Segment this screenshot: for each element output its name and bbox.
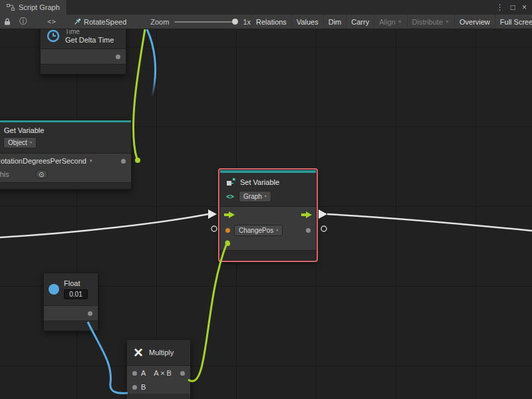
tab-title: Script Graph xyxy=(19,3,60,11)
object-picker-button[interactable]: ⊙ xyxy=(35,170,48,179)
graph-canvas[interactable]: Time Get Delta Time Get Variable Object … xyxy=(0,29,532,399)
clock-icon xyxy=(47,29,60,43)
tab-menu-button[interactable]: ⋮ xyxy=(496,3,504,11)
node-title: Get Variable xyxy=(0,122,131,134)
target-row: This ⊙ xyxy=(0,168,131,182)
node-title: Get Delta Time xyxy=(65,36,114,44)
zoom-slider[interactable] xyxy=(174,21,237,23)
node-ports: ChangePos ▾ xyxy=(220,206,316,250)
node-footer xyxy=(44,321,98,331)
output-value-port[interactable] xyxy=(306,228,311,233)
node-title: Multiply xyxy=(149,348,174,356)
value-input-row xyxy=(220,237,316,250)
value-input-port[interactable] xyxy=(225,241,230,246)
relations-button[interactable]: Relations xyxy=(251,15,291,29)
script-graph-icon xyxy=(7,3,15,11)
node-set-variable[interactable]: Set Variable <> Graph ▾ xyxy=(219,170,317,261)
node-ports: A A × B B xyxy=(127,365,190,394)
fullscreen-button[interactable]: Full Screen xyxy=(495,15,532,29)
node-multiply[interactable]: × Multiply A A × B B xyxy=(126,339,191,399)
set-variable-right-value-port[interactable] xyxy=(321,226,327,231)
variable-name-dropdown[interactable]: RotationDegreesPerSecond xyxy=(0,157,86,165)
wire-green-bottom xyxy=(188,243,227,381)
flow-in-arrow-icon[interactable] xyxy=(224,211,235,218)
node-header: Set Variable <> Graph ▾ xyxy=(220,173,316,206)
toolbar-buttons: Relations Values Dim Carry Align▼ Distri… xyxy=(251,15,532,29)
port-row-b: B xyxy=(127,380,190,394)
flow-out-arrow-icon[interactable] xyxy=(301,211,312,218)
result-label: A × B xyxy=(154,369,172,377)
zoom-label: Zoom xyxy=(150,18,169,26)
wire-flow-right xyxy=(327,214,532,231)
float-value-input[interactable] xyxy=(64,289,88,299)
node-footer xyxy=(220,250,316,260)
values-button[interactable]: Values xyxy=(291,15,323,29)
align-button[interactable]: Align▼ xyxy=(374,15,406,29)
graph-toolbar: ⓘ <> RotateSpeed Zoom 1x Relations Value… xyxy=(0,15,532,29)
graph-asset-breadcrumb[interactable]: RotateSpeed xyxy=(74,18,126,26)
variable-name-dropdown[interactable]: ChangePos ▾ xyxy=(234,225,283,236)
multiply-output-port[interactable] xyxy=(180,371,185,376)
float-output-port[interactable] xyxy=(88,311,92,316)
distribute-button[interactable]: Distribute▼ xyxy=(407,15,454,29)
node-float[interactable]: Float xyxy=(43,273,98,331)
wire-flow-left xyxy=(0,214,208,237)
variable-name-port[interactable] xyxy=(225,228,230,233)
port-b-label: B xyxy=(141,383,146,391)
node-category: Time xyxy=(65,29,114,35)
code-toggle-button[interactable]: <> xyxy=(47,18,57,25)
chevron-down-icon: ▼ xyxy=(398,19,402,24)
set-variable-flow-in-port[interactable] xyxy=(208,209,217,219)
node-header: Time Get Delta Time xyxy=(41,29,126,49)
node-get-delta-time[interactable]: Time Get Delta Time xyxy=(40,29,126,74)
lock-button[interactable] xyxy=(4,18,11,25)
node-title: Float xyxy=(64,279,80,287)
wire-blue-bottom xyxy=(88,322,128,393)
set-variable-icon xyxy=(226,178,235,187)
variable-value-port[interactable] xyxy=(121,159,126,164)
node-footer xyxy=(41,64,126,74)
graph-scope-icon: <> xyxy=(226,193,234,200)
chevron-down-icon: ▾ xyxy=(276,226,278,235)
zoom-control: Zoom 1x xyxy=(150,18,251,26)
node-title: Set Variable xyxy=(240,178,279,186)
tab-script-graph[interactable]: Script Graph xyxy=(0,0,67,15)
port-a-label: A xyxy=(141,369,146,377)
chevron-down-icon: ▾ xyxy=(265,192,267,201)
chevron-down-icon: ▾ xyxy=(30,138,32,147)
multiply-icon: × xyxy=(134,345,143,360)
node-get-variable[interactable]: Get Variable Object ▾ RotationDegreesPer… xyxy=(0,120,132,190)
delta-time-output-port[interactable] xyxy=(116,55,120,59)
get-variable-output-port[interactable] xyxy=(135,158,140,163)
chevron-down-icon: ▾ xyxy=(90,158,92,164)
set-variable-left-value-port[interactable] xyxy=(211,226,217,231)
multiply-input-b-port[interactable] xyxy=(132,385,137,390)
dim-button[interactable]: Dim xyxy=(323,15,346,29)
chevron-down-icon: ▼ xyxy=(445,19,450,24)
scope-row: Object ▾ xyxy=(0,134,131,153)
variable-scope-dropdown[interactable]: Object ▾ xyxy=(3,137,37,148)
info-button[interactable]: ⓘ xyxy=(19,16,27,27)
target-label: This xyxy=(0,170,9,178)
overview-button[interactable]: Overview xyxy=(454,15,495,29)
tab-bar: Script Graph ⋮ □ × xyxy=(0,0,532,15)
wire-blue-top xyxy=(147,29,156,96)
variable-name-row: RotationDegreesPerSecond ▾ xyxy=(0,154,131,168)
node-header: Float xyxy=(44,273,98,305)
set-variable-flow-out-port[interactable] xyxy=(319,209,327,219)
variable-name-row: ChangePos ▾ xyxy=(220,223,316,237)
multiply-input-a-port[interactable] xyxy=(132,371,137,376)
maximize-button[interactable]: □ xyxy=(511,3,515,11)
zoom-value: 1x xyxy=(243,18,251,26)
port-row-a: A A × B xyxy=(127,366,190,380)
flow-port-row xyxy=(220,207,316,223)
lock-icon xyxy=(4,18,11,25)
node-ports xyxy=(44,305,98,321)
graph-asset-name: RotateSpeed xyxy=(84,18,126,26)
variable-scope-dropdown[interactable]: Graph ▾ xyxy=(239,191,271,202)
wire-green-top xyxy=(134,29,145,159)
close-button[interactable]: × xyxy=(522,3,527,11)
carry-button[interactable]: Carry xyxy=(346,15,374,29)
node-ports xyxy=(41,49,126,64)
zoom-slider-handle[interactable] xyxy=(232,19,238,25)
